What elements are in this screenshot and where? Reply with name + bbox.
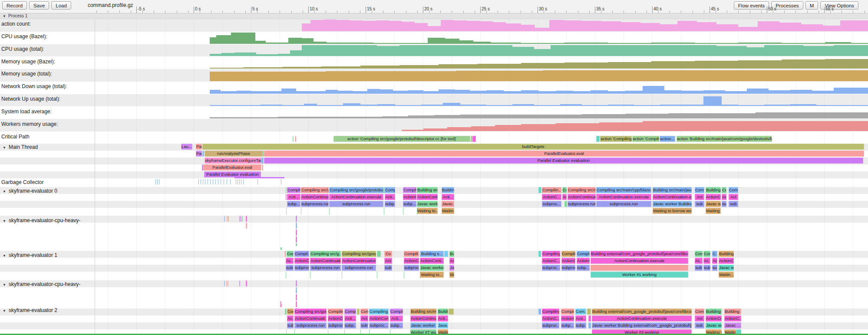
memory-usage-bazel-bar[interactable]	[782, 59, 825, 69]
skyframe-evaluator-0-span[interactable]: ActionContinuation.execute	[596, 194, 651, 200]
network-up-usage-bar[interactable]	[261, 105, 282, 106]
system-load-average-bar[interactable]	[756, 112, 799, 118]
workers-memory-usage-bar[interactable]	[556, 123, 599, 131]
action-count-bar[interactable]	[801, 24, 823, 31]
memory-usage-total-bar[interactable]	[261, 72, 326, 81]
workers-memory-usage-bar[interactable]	[471, 126, 495, 131]
cpu-heavy-event-tick[interactable]	[281, 304, 282, 307]
network-up-usage-bar[interactable]	[460, 105, 486, 106]
skyframe-evaluator-1-span[interactable]: Building external/com_google_protobuf/ja…	[591, 251, 688, 257]
gc-event-tick[interactable]	[257, 179, 258, 184]
memory-usage-total-bar[interactable]	[326, 71, 391, 81]
network-down-usage-bar[interactable]	[266, 91, 281, 94]
skyframe-evaluator-1-span[interactable]: subprocess.run	[342, 265, 376, 271]
skyframe-evaluator-1-span[interactable]: Ac...	[712, 258, 717, 264]
skyframe-evaluator-0-span[interactable]: Com	[729, 187, 738, 193]
skyframe-evaluator-2-span[interactable]	[357, 309, 360, 315]
skyframe-evaluator-1-span[interactable]: Act	[384, 258, 392, 264]
skyframe-evaluator-cpu-heavy-1-span[interactable]	[239, 216, 240, 222]
action-count-bar[interactable]	[323, 20, 337, 31]
critical-path-span[interactable]: action...	[660, 136, 675, 142]
action-count-bar[interactable]	[310, 20, 323, 31]
network-down-usage-bar[interactable]	[338, 91, 353, 94]
skyframe-evaluator-2-span[interactable]: subproc...	[542, 322, 559, 328]
cpu-usage-total-bar[interactable]	[551, 45, 586, 56]
skyframe-evaluator-0-span[interactable]: Compiling src/core/...	[568, 187, 596, 193]
system-load-average-bar[interactable]	[278, 117, 313, 118]
skyframe-evaluator-2-span[interactable]: ActionConti...	[369, 315, 389, 322]
cpu-usage-total-bar[interactable]	[716, 46, 747, 56]
gc-event-tick[interactable]	[241, 179, 241, 184]
network-up-usage-bar[interactable]	[534, 105, 560, 106]
skyframe-evaluator-2-span[interactable]: subp...	[561, 322, 574, 328]
network-up-usage-bar[interactable]	[317, 105, 343, 106]
skyframe-evaluator-0-span[interactable]: Javac wor...	[706, 201, 721, 207]
action-count-bar[interactable]	[302, 23, 310, 31]
skyframe-evaluator-0-span[interactable]: Building src...	[706, 187, 721, 193]
skyframe-evaluator-2-span[interactable]	[588, 315, 591, 322]
skyframe-evaluator-1-span[interactable]: Com	[287, 251, 294, 257]
cpu-usage-bazel-bar[interactable]	[651, 43, 695, 44]
skyframe-evaluator-0-span[interactable]: Comp...	[385, 187, 395, 193]
network-up-usage-bar[interactable]	[512, 104, 534, 106]
skyframe-evaluator-1-span[interactable]: ActionC...	[294, 258, 309, 264]
track-label-main-thread[interactable]: ▼Main Thread	[0, 144, 94, 151]
skyframe-evaluator-1-span[interactable]: Com	[695, 251, 703, 257]
skyframe-evaluator-0-span[interactable]: ActionConti...	[706, 194, 721, 200]
gc-event-tick[interactable]	[239, 179, 240, 184]
skyframe-evaluator-1-span[interactable]: ActionC...	[719, 258, 734, 264]
main-thread-span[interactable]: skyframeExecutor.configureTargets	[205, 158, 261, 164]
cpu-usage-bazel-bar[interactable]	[210, 37, 216, 44]
network-down-usage-bar[interactable]	[296, 91, 311, 94]
network-up-usage-bar[interactable]	[343, 103, 360, 106]
network-down-usage-bar[interactable]	[591, 90, 608, 94]
cpu-usage-total-bar[interactable]	[326, 45, 347, 56]
gc-event-tick[interactable]	[221, 179, 221, 184]
skyframe-evaluator-2-span[interactable]: Compi...	[344, 309, 356, 315]
skyframe-evaluator-0-span[interactable]: Waitin...	[442, 208, 454, 214]
network-down-usage-bar[interactable]	[608, 91, 625, 94]
critical-path-span[interactable]	[472, 136, 476, 142]
skyframe-evaluator-0-span[interactable]: ActionContinuation.execute	[653, 194, 692, 200]
skyframe-evaluator-1-span[interactable]: sub	[286, 265, 294, 271]
gc-event-tick[interactable]	[155, 179, 156, 184]
network-down-usage-bar[interactable]	[210, 90, 221, 94]
action-count-bar[interactable]	[493, 22, 506, 31]
cpu-usage-total-bar[interactable]	[764, 45, 803, 56]
memory-usage-bazel-bar[interactable]	[439, 64, 478, 69]
cpu-usage-bazel-bar[interactable]	[288, 38, 302, 44]
skyframe-evaluator-2-span[interactable]: Ac...	[287, 315, 294, 322]
action-count-bar[interactable]	[441, 20, 454, 31]
critical-path-span[interactable]: action 'Building src/main/java/com/googl…	[677, 136, 772, 142]
collapse-caret-icon[interactable]: ▼	[3, 219, 6, 223]
skyframe-evaluator-1-span[interactable]: Com	[703, 251, 710, 257]
system-load-average-bar[interactable]	[712, 113, 756, 118]
gc-event-tick[interactable]	[227, 179, 227, 184]
cpu-usage-bazel-bar[interactable]	[738, 43, 782, 44]
skyframe-evaluator-2-span[interactable]: Act	[360, 315, 368, 322]
system-load-average-bar[interactable]	[243, 117, 278, 118]
skyframe-evaluator-2-span[interactable]: sub	[695, 322, 704, 328]
collapse-caret-icon[interactable]: ▼	[3, 254, 6, 258]
skyframe-evaluator-1-span[interactable]: Compiling src/g...	[310, 251, 341, 257]
skyframe-evaluator-0-span[interactable]: ActionC...	[542, 194, 561, 200]
skyframe-evaluator-2-span[interactable]: Javac worker...	[706, 322, 722, 328]
skyframe-evaluator-0-span[interactable]: subprocess.run	[596, 201, 651, 207]
cpu-usage-total-bar[interactable]	[290, 50, 302, 56]
action-count-bar[interactable]	[454, 20, 467, 31]
collapse-caret-icon[interactable]: ▼	[3, 283, 6, 287]
critical-path-span[interactable]	[596, 136, 600, 142]
skyframe-evaluator-0-span[interactable]: Act	[729, 194, 738, 200]
skyframe-evaluator-2-span[interactable]	[587, 309, 591, 315]
skyframe-evaluator-0-span[interactable]: Building src...	[417, 187, 438, 193]
network-up-usage-bar[interactable]	[682, 105, 703, 106]
skyframe-evaluator-2-span[interactable]: subp...	[344, 322, 356, 328]
memory-usage-total-bar[interactable]	[456, 71, 543, 81]
cpu-usage-bazel-bar[interactable]	[266, 43, 288, 44]
network-up-usage-bar[interactable]	[582, 105, 608, 106]
skyframe-evaluator-0-span[interactable]: subp...	[287, 201, 300, 207]
cpu-usage-bazel-bar[interactable]	[314, 42, 327, 44]
skyframe-evaluator-1-span[interactable]: Waiting to...	[420, 272, 444, 278]
skyframe-evaluator-1-span[interactable]: subprocess.run	[310, 265, 341, 271]
skyframe-evaluator-0-span[interactable]: Compil...	[287, 187, 300, 193]
